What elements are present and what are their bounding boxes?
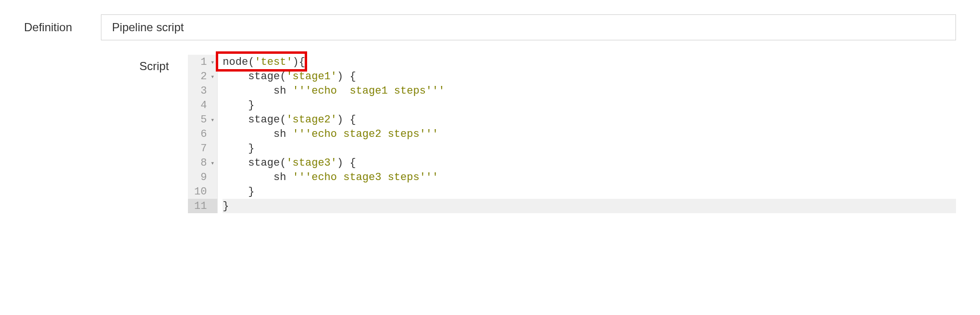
line-number: 4 — [200, 99, 207, 111]
line-number: 10 — [194, 186, 207, 198]
code-line: node('test'){ — [223, 55, 956, 69]
line-number: 2 — [200, 71, 207, 83]
gutter-line: 3 — [188, 84, 218, 98]
editor-code-area[interactable]: node('test'){ stage('stage1') { sh '''ec… — [218, 55, 956, 213]
code-line: } — [223, 141, 956, 156]
script-row: Script 1▾ 2▾ 3 4 5▾ 6 7 8▾ 9 10 11 node(… — [24, 55, 956, 213]
line-number: 5 — [200, 114, 207, 126]
code-line: } — [223, 184, 956, 199]
line-number: 6 — [200, 128, 207, 140]
code-line: sh '''echo stage1 steps''' — [223, 84, 956, 98]
line-number: 9 — [200, 171, 207, 183]
definition-label: Definition — [24, 21, 72, 34]
definition-row: Definition Pipeline script — [24, 14, 956, 40]
fold-toggle-icon[interactable]: ▾ — [209, 159, 214, 167]
fold-toggle-icon[interactable]: ▾ — [209, 73, 214, 81]
editor-gutter: 1▾ 2▾ 3 4 5▾ 6 7 8▾ 9 10 11 — [188, 55, 218, 213]
definition-selected-value: Pipeline script — [112, 21, 184, 34]
line-number: 1 — [200, 56, 207, 68]
code-line: stage('stage3') { — [223, 156, 956, 170]
gutter-line: 7 — [188, 141, 218, 156]
code-line: stage('stage1') { — [223, 69, 956, 84]
definition-select[interactable]: Pipeline script — [101, 14, 956, 40]
gutter-line: 5▾ — [188, 112, 218, 127]
script-label: Script — [139, 55, 169, 73]
code-line: sh '''echo stage2 steps''' — [223, 127, 956, 141]
gutter-line: 1▾ — [188, 55, 218, 69]
gutter-line: 9 — [188, 170, 218, 184]
fold-toggle-icon[interactable]: ▾ — [209, 58, 214, 66]
code-line: } — [223, 98, 956, 112]
gutter-line: 8▾ — [188, 156, 218, 170]
line-number: 7 — [200, 143, 207, 155]
line-number: 3 — [200, 85, 207, 97]
gutter-line: 11 — [188, 199, 218, 213]
gutter-line: 2▾ — [188, 69, 218, 84]
code-line: sh '''echo stage3 steps''' — [223, 170, 956, 184]
gutter-line: 10 — [188, 184, 218, 199]
code-editor[interactable]: 1▾ 2▾ 3 4 5▾ 6 7 8▾ 9 10 11 node('test')… — [188, 55, 956, 213]
code-line: stage('stage2') { — [223, 112, 956, 127]
line-number: 11 — [194, 200, 207, 212]
code-line: } — [223, 199, 956, 213]
fold-toggle-icon[interactable]: ▾ — [209, 116, 214, 124]
gutter-line: 4 — [188, 98, 218, 112]
gutter-line: 6 — [188, 127, 218, 141]
line-number: 8 — [200, 157, 207, 169]
